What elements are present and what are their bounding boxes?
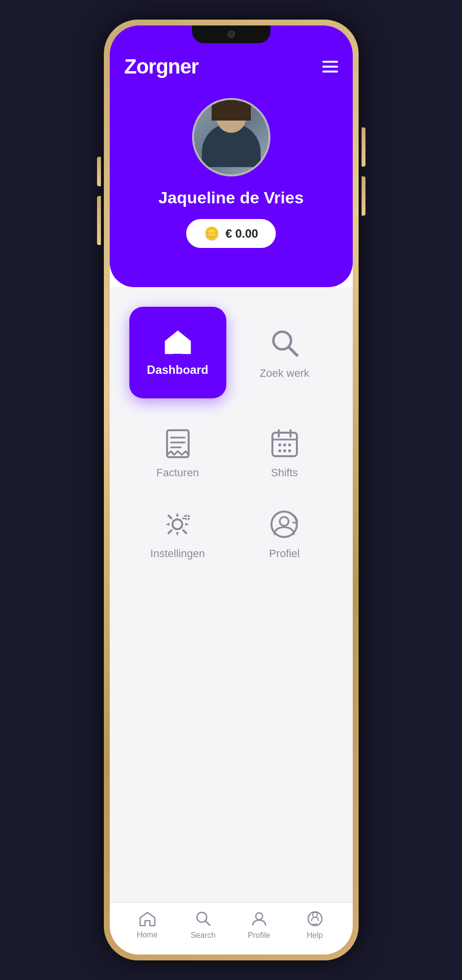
shifts-label: Shifts xyxy=(271,466,298,479)
menu-grid-bottom: Facturen xyxy=(129,418,333,570)
nav-help-label: Help xyxy=(307,931,323,940)
phone-screen: Zorgner Jaqueline de Vries 🪙 € 0.00 xyxy=(110,25,353,955)
user-name: Jaqueline de Vries xyxy=(158,188,304,207)
app-title: Zorgner xyxy=(124,55,199,78)
main-content: Dashboard Zoek werk xyxy=(110,287,353,902)
nav-item-profile[interactable]: Profile xyxy=(231,910,287,940)
nav-profile-icon xyxy=(251,910,267,927)
avatar-image xyxy=(194,100,268,174)
avatar xyxy=(192,98,270,176)
side-button-top xyxy=(362,127,365,167)
nav-item-help[interactable]: Help xyxy=(287,910,343,940)
nav-item-home[interactable]: Home xyxy=(120,911,175,939)
header-section: Zorgner Jaqueline de Vries 🪙 € 0.00 xyxy=(110,25,353,287)
svg-point-14 xyxy=(278,449,281,452)
menu-item-profiel[interactable]: Profiel xyxy=(236,499,333,570)
zoek-werk-label: Zoek werk xyxy=(260,367,309,380)
svg-point-12 xyxy=(283,443,286,446)
nav-search-label: Search xyxy=(191,931,216,940)
hamburger-menu-button[interactable] xyxy=(322,61,338,73)
nav-home-icon xyxy=(139,911,156,927)
nav-help-icon xyxy=(307,910,323,927)
nav-home-label: Home xyxy=(137,931,158,939)
svg-point-13 xyxy=(288,443,291,446)
balance-amount: € 0.00 xyxy=(225,227,258,241)
menu-grid-top: Dashboard Zoek werk xyxy=(129,307,333,398)
profiel-icon xyxy=(268,509,300,540)
balance-badge[interactable]: 🪙 € 0.00 xyxy=(186,219,276,248)
nav-item-search[interactable]: Search xyxy=(175,910,231,940)
facturen-label: Facturen xyxy=(156,466,199,479)
svg-line-2 xyxy=(289,347,297,355)
avatar-hair xyxy=(212,100,251,121)
hamburger-line-1 xyxy=(322,61,338,63)
svg-rect-3 xyxy=(167,430,189,457)
svg-point-22 xyxy=(280,517,289,526)
bottom-nav: Home Search Profile xyxy=(110,902,353,955)
menu-item-zoek-werk[interactable]: Zoek werk xyxy=(236,316,333,390)
svg-point-25 xyxy=(256,913,263,920)
dashboard-label: Dashboard xyxy=(147,363,208,377)
instellingen-icon xyxy=(162,509,194,540)
shifts-icon xyxy=(270,428,299,460)
svg-point-27 xyxy=(313,912,317,917)
facturen-icon xyxy=(163,428,193,460)
phone-frame: Zorgner Jaqueline de Vries 🪙 € 0.00 xyxy=(104,20,359,960)
camera-dot xyxy=(227,30,235,38)
side-button-left-1 xyxy=(97,157,101,186)
hamburger-line-3 xyxy=(322,71,338,73)
menu-item-instellingen[interactable]: Instellingen xyxy=(129,499,226,570)
svg-point-26 xyxy=(308,912,322,926)
search-icon xyxy=(267,326,302,360)
nav-search-icon xyxy=(195,910,212,927)
svg-rect-0 xyxy=(174,346,182,354)
camera-bar xyxy=(192,25,270,43)
coin-icon: 🪙 xyxy=(204,226,219,241)
svg-point-16 xyxy=(288,449,291,452)
side-button-mid xyxy=(362,176,365,216)
nav-profile-label: Profile xyxy=(248,931,270,940)
instellingen-label: Instellingen xyxy=(150,547,205,560)
menu-item-facturen[interactable]: Facturen xyxy=(129,418,226,489)
home-icon xyxy=(163,328,193,355)
side-button-left-2 xyxy=(97,196,101,245)
menu-item-dashboard[interactable]: Dashboard xyxy=(129,307,226,398)
profiel-label: Profiel xyxy=(269,547,299,560)
header-top: Zorgner xyxy=(124,55,338,78)
hamburger-line-2 xyxy=(322,66,338,68)
svg-point-11 xyxy=(278,443,281,446)
svg-point-15 xyxy=(283,449,286,452)
svg-point-17 xyxy=(172,519,182,529)
svg-line-24 xyxy=(205,921,210,925)
menu-item-shifts[interactable]: Shifts xyxy=(236,418,333,489)
